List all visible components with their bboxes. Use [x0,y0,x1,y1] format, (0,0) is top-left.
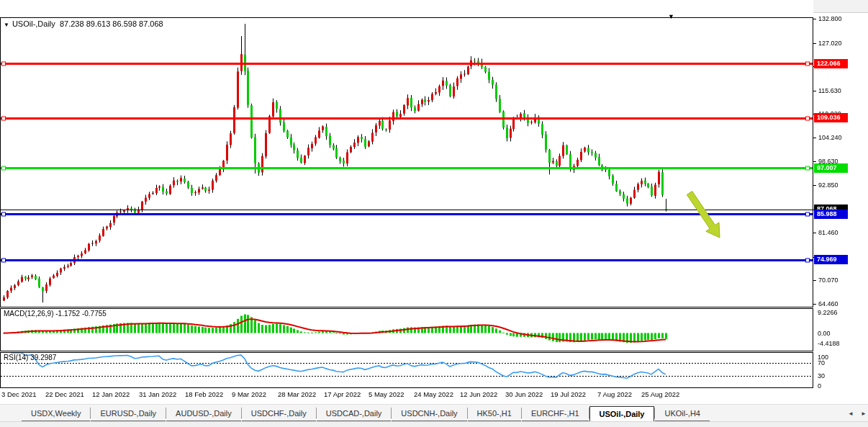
chart-tab-ukoil-h4[interactable]: UKOil-,H4 [655,406,710,421]
macd-indicator-label: MACD(12,26,9) -1.1752 -0.7755 [4,310,107,318]
rsi-indicator-label: RSI(14) 39.2987 [4,354,56,361]
symbol-dropdown-triangle-icon[interactable]: ▼ [4,22,9,28]
chart-shift-marker-icon[interactable]: ▼ [668,13,674,20]
chart-tab-usdcad-daily[interactable]: USDCAD-,Daily [317,406,392,421]
price-axis-tick-label: 115.630 [818,87,841,94]
tab-scroll-right-icon[interactable]: ► [861,410,867,417]
price-axis-tick-mark [813,43,816,44]
chart-canvas[interactable] [0,0,813,403]
tab-scroll-left-icon[interactable]: ◄ [848,410,854,417]
price-axis-tick-mark [813,233,816,233]
rsi-axis-label: 0 [818,382,821,390]
price-line-label: 74.969 [814,255,848,264]
date-axis-label: 12 Jun 2022 [460,390,497,398]
price-axis-tick-label: 70.070 [818,277,838,284]
chart-tab-eurchf-h1[interactable]: EURCHF-,H1 [522,406,589,421]
price-line-label: 85.988 [814,210,848,219]
price-axis-tick-mark [813,185,816,186]
date-axis-label: 17 Apr 2022 [324,390,361,398]
price-axis-tick-mark [813,19,816,19]
date-axis-label: 24 May 2022 [414,390,453,398]
price-axis-tick-label: 132.800 [818,15,842,22]
date-axis-label: 22 Dec 2021 [45,390,84,398]
price-axis-tick-label: 81.460 [818,229,838,236]
date-axis-label: 9 Mar 2022 [232,390,266,398]
date-axis-label: 30 Jun 2022 [505,390,543,398]
date-axis-label: 31 Jan 2022 [139,390,176,398]
rsi-axis-label: 30 [818,372,825,379]
price-axis-tick-label: 127.020 [818,40,842,47]
price-axis-tick-label: 64.460 [818,300,838,307]
price-line-label: 97.007 [814,163,848,173]
date-axis-label: 12 Jan 2022 [92,390,130,398]
chart-ohlc-quote: 87.238 89.613 86.598 87.068 [60,19,163,28]
chart-tab-bar: USDX,WeeklyEURUSD-,DailyAUDUSD-,DailyUSD… [0,404,868,421]
price-axis-tick-label: 104.240 [818,134,842,141]
date-axis-label: 18 Feb 2022 [185,390,223,398]
date-axis-label: 5 May 2022 [369,390,404,398]
rsi-axis-label: 70 [818,359,825,367]
date-axis-label: 19 Jul 2022 [551,390,586,398]
chart-tab-usoil-daily[interactable]: USOil-,Daily [589,406,655,421]
trading-terminal-window: 5M30H1H4D1W1MN ▼USOil-,Daily 87.238 89.6… [0,0,868,427]
chart-title: ▼USOil-,Daily 87.238 89.613 86.598 87.06… [4,19,163,28]
price-axis-tick-mark [813,280,816,281]
status-strip [0,421,868,427]
date-axis-label: 7 Aug 2022 [597,390,632,398]
price-axis-tick-label: 92.850 [818,181,838,189]
price-line-label: 109.036 [814,113,848,122]
chart-tab-eurusd-daily[interactable]: EURUSD-,Daily [91,406,166,421]
price-axis-tick-mark [813,161,816,162]
price-line-label: 122.066 [814,59,848,68]
macd-axis-label: 0.00 [818,330,831,337]
date-axis-label: 28 Mar 2022 [278,390,316,398]
chart-tab-hk50-h1[interactable]: HK50-,H1 [468,406,521,421]
date-axis-label: 3 Dec 2021 [1,390,37,398]
macd-axis-label: 9.2266 [818,309,838,316]
price-axis-tick-mark [813,91,816,91]
chart-tab-usdx-weekly[interactable]: USDX,Weekly [22,406,90,421]
chart-tab-audusd-daily[interactable]: AUDUSD-,Daily [166,406,241,421]
chart-symbol-label: USOil-,Daily [12,19,55,28]
price-axis-tick-mark [813,304,816,305]
chart-tab-usdchf-daily[interactable]: USDCHF-,Daily [242,406,316,421]
chart-tab-usdcnh-daily[interactable]: USDCNH-,Daily [392,406,466,421]
price-axis-tick-mark [813,138,816,138]
date-axis-label: 25 Aug 2022 [641,390,679,398]
macd-axis-label: -4.4188 [818,340,840,347]
